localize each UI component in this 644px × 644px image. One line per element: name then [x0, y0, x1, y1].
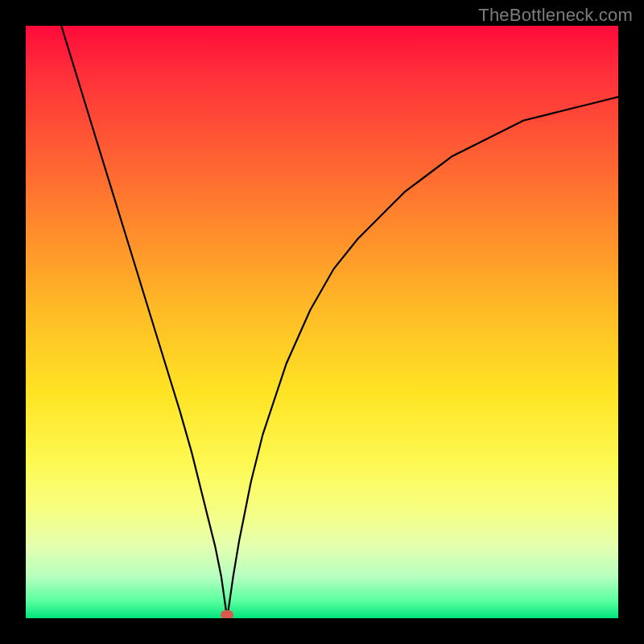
- watermark-text: TheBottleneck.com: [478, 5, 633, 26]
- optimum-marker: [221, 610, 233, 618]
- bottleneck-curve: [26, 26, 618, 618]
- chart-frame: TheBottleneck.com: [0, 0, 644, 644]
- curve-path: [61, 26, 618, 618]
- plot-area: [26, 26, 618, 618]
